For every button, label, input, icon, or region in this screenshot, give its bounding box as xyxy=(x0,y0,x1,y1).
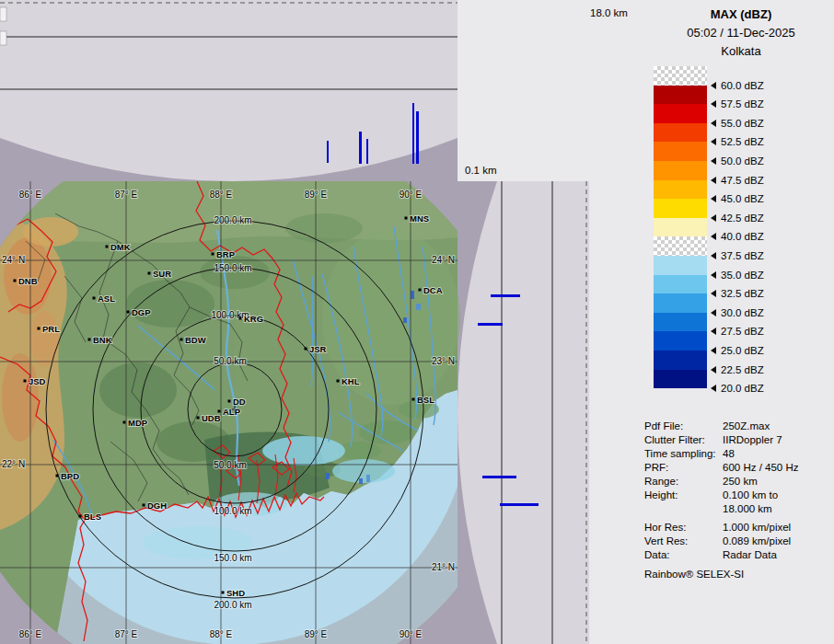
meta-value: 1.000 km/pixel xyxy=(723,521,791,535)
legend-level-row: 40.0 dBZ xyxy=(711,227,764,247)
legend-level-row: 30.0 dBZ xyxy=(711,303,764,322)
city-label: JSR xyxy=(309,344,327,354)
level-arrow-icon xyxy=(711,177,716,184)
city-label: UDB xyxy=(202,413,221,423)
city-dot xyxy=(412,398,415,401)
axis-tick-tab xyxy=(0,7,6,21)
legend-level-row: 50.0 dBZ xyxy=(711,152,764,171)
city-dot xyxy=(143,504,145,507)
city-dot xyxy=(239,317,242,320)
city-dot xyxy=(24,380,27,383)
meta-label: Range: xyxy=(644,475,723,489)
level-label: 35.0 dBZ xyxy=(721,270,764,281)
level-arrow-icon xyxy=(711,290,716,297)
meta-row: Pdf File:250Z.max xyxy=(644,420,834,433)
legend-level-row: 35.0 dBZ xyxy=(711,265,764,284)
right-panel-background xyxy=(458,181,589,644)
meta-row: Hor Res:1.000 km/pixel xyxy=(644,521,834,535)
level-label: 47.5 dBZ xyxy=(721,175,764,186)
meta-label: Height: xyxy=(644,489,723,502)
top-panel-background xyxy=(0,0,458,181)
city-dot xyxy=(212,253,214,256)
echo-bar xyxy=(491,294,520,297)
meta-label: Time sampling: xyxy=(644,447,723,461)
city-dot xyxy=(106,246,109,248)
city-dot xyxy=(228,400,231,403)
meta-row: 18.000 km xyxy=(644,502,834,516)
meta-row: Clutter Filter:IIRDoppler 7 xyxy=(644,433,834,447)
city-label: PRL xyxy=(42,324,60,334)
meta-value: 0.089 km/pixel xyxy=(723,535,791,548)
legend-panel: MAX (dBZ) 05:02 / 11-Dec-2025 Kolkata 60… xyxy=(589,0,834,644)
city-label: DNB xyxy=(18,276,38,286)
level-label: 52.5 dBZ xyxy=(721,136,764,147)
grid-label: 87° E xyxy=(115,629,138,639)
level-label: 25.0 dBZ xyxy=(721,345,764,356)
map-canvas[interactable]: 86° E 87° E 88° E 89° E 90° E 86° E 87° … xyxy=(0,174,470,644)
legend-color-box xyxy=(654,313,707,332)
meta-label: Hor Res: xyxy=(644,521,723,535)
meta-value: 250Z.max xyxy=(723,420,770,433)
meta-value: 600 Hz / 450 Hz xyxy=(723,461,798,475)
meta-label: Data: xyxy=(644,548,723,562)
city-dot xyxy=(405,217,408,220)
city-label: KHL xyxy=(342,376,360,386)
city-dot xyxy=(93,297,96,300)
meta-row: Vert Res:0.089 km/pixel xyxy=(644,535,834,548)
level-arrow-icon xyxy=(711,309,716,316)
meta-row: Time sampling:48 xyxy=(644,447,834,461)
meta-row: Range:250 km xyxy=(644,475,834,489)
meta-value: Radar Data xyxy=(723,548,777,562)
legend-level-row: 55.0 dBZ xyxy=(711,113,764,132)
city-dot xyxy=(38,328,41,330)
level-label: 30.0 dBZ xyxy=(721,307,764,318)
city-dot xyxy=(222,592,225,594)
radar-site-name: Kolkata xyxy=(644,42,834,61)
axis-tick-tab xyxy=(0,31,6,45)
level-label: 22.5 dBZ xyxy=(721,364,764,375)
legend-level-row: 52.5 dBZ xyxy=(711,132,764,152)
echo-bar xyxy=(327,141,329,163)
legend-level-row: 22.5 dBZ xyxy=(711,360,764,379)
grid-label: 22° N xyxy=(2,459,25,469)
legend-color-box xyxy=(654,218,707,237)
city-label: BNK xyxy=(93,335,112,345)
legend-color-box xyxy=(654,370,707,389)
city-dot xyxy=(148,272,151,275)
legend-level-row: 47.5 dBZ xyxy=(711,170,764,190)
level-arrow-icon xyxy=(711,347,716,354)
level-arrow-icon xyxy=(711,252,716,259)
product-title: MAX (dBZ) xyxy=(644,6,834,24)
city-label: SUR xyxy=(153,269,171,279)
level-label: 40.0 dBZ xyxy=(721,231,764,242)
grid-label: 24° N xyxy=(2,255,25,265)
ring-label: 50.0 km xyxy=(214,356,247,366)
grid-label: 89° E xyxy=(305,629,328,639)
ring-label: 150.0 km xyxy=(214,263,251,273)
level-arrow-icon xyxy=(711,100,716,108)
product-metadata: Pdf File:250Z.max Clutter Filter:IIRDopp… xyxy=(644,420,834,562)
city-dot xyxy=(180,339,183,341)
echo-bar xyxy=(500,503,539,506)
grid-label: 21° N xyxy=(432,562,455,572)
echo-bar xyxy=(366,139,368,164)
legend-color-box xyxy=(654,86,707,105)
meta-value: IIRDoppler 7 xyxy=(723,433,782,447)
legend-level-row: 20.0 dBZ xyxy=(711,379,764,398)
meta-label: PRF: xyxy=(644,461,723,475)
grid-label: 90° E xyxy=(400,190,423,200)
legend-color-box xyxy=(654,351,707,370)
level-arrow-icon xyxy=(711,82,716,89)
legend-level-row: 37.5 dBZ xyxy=(711,247,764,266)
legend-color-box xyxy=(654,180,707,200)
legend-color-box xyxy=(654,161,707,180)
level-label: 27.5 dBZ xyxy=(721,326,764,337)
legend-level-labels: 60.0 dBZ 57.5 dBZ 55.0 dBZ 52.5 dBZ 50.0… xyxy=(711,75,764,397)
city-dot xyxy=(197,417,200,420)
city-dot xyxy=(419,289,422,292)
city-label: BSL xyxy=(417,395,434,405)
level-arrow-icon xyxy=(711,214,716,222)
meta-row: Data:Radar Data xyxy=(644,548,834,562)
ring-label: 50.0 km xyxy=(214,460,247,470)
legend-color-box xyxy=(654,293,707,313)
